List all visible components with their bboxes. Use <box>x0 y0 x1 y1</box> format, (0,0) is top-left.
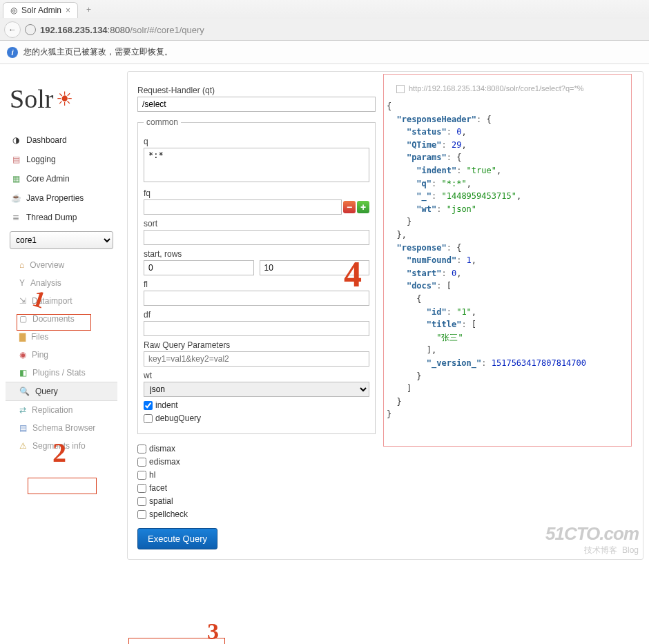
subnav-dataimport[interactable]: ⇲Dataimport <box>6 292 117 310</box>
browser-chrome: ◎ Solr Admin × + ← 192.168.235.134:8080/… <box>0 0 649 41</box>
notice-bar: i 您的火狐主页已被篡改，需要立即恢复。 <box>0 41 649 64</box>
dismax-checkbox[interactable] <box>137 445 146 453</box>
notice-text: 您的火狐主页已被篡改，需要立即恢复。 <box>23 46 173 58</box>
facet-checkbox[interactable] <box>137 484 146 493</box>
fl-input[interactable] <box>144 291 369 306</box>
spellcheck-checkbox[interactable] <box>137 510 146 519</box>
result-panel: http://192.168.235.134:8080/solr/core1/s… <box>384 81 633 549</box>
home-icon: ⌂ <box>19 260 24 270</box>
schema-icon: ▤ <box>19 423 27 433</box>
browser-tab[interactable]: ◎ Solr Admin × <box>3 2 78 18</box>
fq-label: fq <box>144 188 369 198</box>
remove-fq-button[interactable]: − <box>343 201 356 213</box>
threads-icon: ≣ <box>11 213 21 222</box>
gauge-icon: ◑ <box>11 135 21 145</box>
new-tab-button[interactable]: + <box>81 5 97 14</box>
q-label: q <box>144 137 369 146</box>
raw-input[interactable] <box>144 351 369 367</box>
nav-dashboard[interactable]: ◑Dashboard <box>6 130 117 150</box>
folder-icon: ▇ <box>19 332 26 342</box>
q-input[interactable]: *:* <box>144 148 369 182</box>
tab-title: Solr Admin <box>21 6 61 15</box>
nav-java-properties[interactable]: ☕Java Properties <box>6 188 117 208</box>
nav-core-admin[interactable]: ▦Core Admin <box>6 169 117 188</box>
debug-label: debugQuery <box>155 413 201 423</box>
wt-select[interactable]: json <box>144 382 369 397</box>
df-label: df <box>144 310 369 320</box>
execute-query-button[interactable]: Execute Query <box>137 528 217 549</box>
globe-icon <box>25 24 36 35</box>
fq-input[interactable] <box>144 199 342 215</box>
qt-label: Request-Handler (qt) <box>137 86 376 95</box>
nav-logging[interactable]: ▤Logging <box>6 150 117 169</box>
raw-label: Raw Query Parameters <box>144 340 369 350</box>
sidebar: Solr ☀ ◑Dashboard ▤Logging ▦Core Admin ☕… <box>6 71 117 560</box>
subnav-plugins[interactable]: ◧Plugins / Stats <box>6 364 117 382</box>
subnav-schema[interactable]: ▤Schema Browser <box>6 419 117 437</box>
qt-input[interactable] <box>137 97 376 112</box>
subnav-segments[interactable]: ⚠Segments info <box>6 437 117 455</box>
query-form: Request-Handler (qt) common q *:* fq − +… <box>137 81 376 549</box>
tab-favicon: ◎ <box>10 6 17 15</box>
core-selector[interactable]: core1 <box>10 231 113 249</box>
wt-label: wt <box>144 371 369 380</box>
json-response: { "responseHeader": { "status": 0, "QTim… <box>384 100 633 421</box>
nav-thread-dump[interactable]: ≣Thread Dump <box>6 208 117 227</box>
subnav-files[interactable]: ▇Files <box>6 328 117 346</box>
common-legend: common <box>144 117 181 127</box>
fl-label: fl <box>144 280 369 289</box>
hl-checkbox[interactable] <box>137 471 146 480</box>
indent-checkbox[interactable] <box>144 401 153 410</box>
logo: Solr ☀ <box>6 71 117 130</box>
doc-icon: ▢ <box>19 314 27 324</box>
common-fieldset: common q *:* fq − + sort start, rows <box>137 117 376 434</box>
link-icon <box>396 85 405 93</box>
watermark: 51CTO.com 技术博客 Blog <box>545 523 639 556</box>
subnav-overview[interactable]: ⌂Overview <box>6 256 117 274</box>
ping-icon: ◉ <box>19 350 26 360</box>
log-icon: ▤ <box>11 155 21 164</box>
indent-label: indent <box>155 400 178 410</box>
replicate-icon: ⇄ <box>19 405 26 415</box>
debug-checkbox[interactable] <box>144 414 153 423</box>
search-icon: 🔍 <box>19 387 30 396</box>
url-bar[interactable]: 192.168.235.134:8080/solr/#/core1/query <box>40 25 645 35</box>
start-input[interactable] <box>144 260 254 275</box>
subnav-query[interactable]: 🔍Query <box>6 382 117 401</box>
info-icon: i <box>7 47 18 58</box>
sort-label: sort <box>144 219 369 228</box>
subnav-replication[interactable]: ⇄Replication <box>6 401 117 419</box>
close-icon[interactable]: × <box>66 6 70 15</box>
sun-icon: ☀ <box>56 88 73 110</box>
edismax-checkbox[interactable] <box>137 458 146 467</box>
df-input[interactable] <box>144 321 369 336</box>
back-button[interactable]: ← <box>4 21 21 38</box>
start-rows-label: start, rows <box>144 249 369 259</box>
funnel-icon: Y <box>19 278 25 288</box>
subnav-documents[interactable]: ▢Documents <box>6 310 117 328</box>
result-url[interactable]: http://192.168.235.134:8080/solr/core1/s… <box>384 81 633 100</box>
main-panel: Request-Handler (qt) common q *:* fq − +… <box>127 71 643 560</box>
add-fq-button[interactable]: + <box>357 201 369 213</box>
segments-icon: ⚠ <box>19 441 27 451</box>
rows-input[interactable] <box>260 260 370 275</box>
stack-icon: ▦ <box>11 174 21 184</box>
coffee-icon: ☕ <box>11 193 21 203</box>
spatial-checkbox[interactable] <box>137 497 146 506</box>
subnav-ping[interactable]: ◉Ping <box>6 346 117 364</box>
import-icon: ⇲ <box>19 296 26 306</box>
sort-input[interactable] <box>144 230 369 245</box>
plugin-icon: ◧ <box>19 368 27 378</box>
subnav-analysis[interactable]: YAnalysis <box>6 274 117 292</box>
